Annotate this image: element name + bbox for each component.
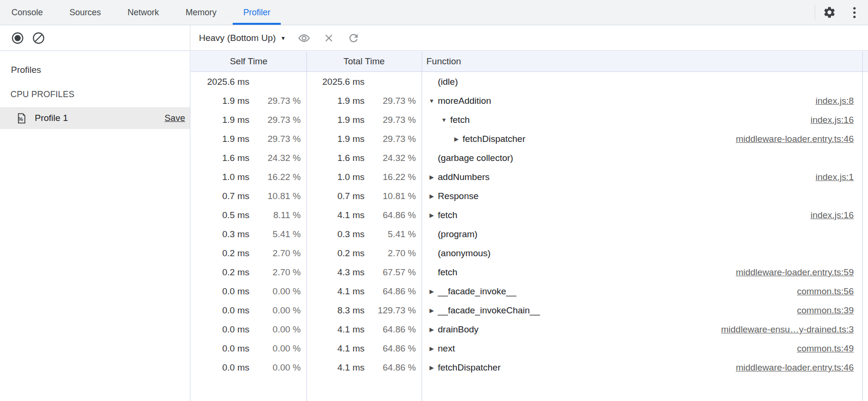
source-link[interactable]: index.js:8 xyxy=(816,96,854,106)
refresh-icon[interactable] xyxy=(347,32,360,44)
collapsed-arrow-icon[interactable]: ▶ xyxy=(425,326,438,333)
collapsed-arrow-icon[interactable]: ▶ xyxy=(425,345,438,352)
function-cell: ▶addNumbersindex.js:1 xyxy=(422,172,868,182)
total-time-ms: 1.9 ms xyxy=(306,96,365,106)
view-mode-label: Heavy (Bottom Up) xyxy=(199,33,276,43)
table-row[interactable]: 0.0 ms0.00 %4.1 ms64.86 %▶__facade_invok… xyxy=(191,282,868,301)
source-link[interactable]: common.ts:56 xyxy=(797,286,854,297)
self-time-cell: 1.9 ms29.73 % xyxy=(191,96,306,106)
table-row[interactable]: 0.2 ms2.70 %4.3 ms67.57 %fetchmiddleware… xyxy=(191,263,868,282)
source-link[interactable]: middleware-loader.entry.ts:46 xyxy=(736,362,854,373)
svg-text:%: % xyxy=(18,116,23,122)
self-time-pct: 10.81 % xyxy=(249,191,301,201)
profile-list-item[interactable]: % Profile 1 Save xyxy=(0,107,190,129)
table-row[interactable]: 0.2 ms2.70 %0.2 ms2.70 %(anonymous) xyxy=(191,244,868,263)
column-header-function[interactable]: Function xyxy=(422,56,868,67)
grid-body: 2025.6 ms2025.6 ms(idle)1.9 ms29.73 %1.9… xyxy=(191,72,868,401)
self-time-ms: 0.2 ms xyxy=(191,248,249,259)
close-icon[interactable] xyxy=(323,32,335,44)
total-time-pct: 64.86 % xyxy=(365,324,416,335)
function-cell: ▶Response xyxy=(422,191,868,201)
self-time-cell: 0.2 ms2.70 % xyxy=(191,248,306,259)
total-time-pct: 29.73 % xyxy=(365,96,416,106)
table-row[interactable]: 0.7 ms10.81 %0.7 ms10.81 %▶Response xyxy=(191,187,868,206)
total-time-cell: 2025.6 ms xyxy=(306,77,422,87)
table-row[interactable]: 0.0 ms0.00 %8.3 ms129.73 %▶__facade_invo… xyxy=(191,301,868,320)
collapsed-arrow-icon[interactable]: ▶ xyxy=(425,288,438,295)
profile-name: Profile 1 xyxy=(35,113,68,123)
collapsed-arrow-icon[interactable]: ▶ xyxy=(425,307,438,314)
source-link[interactable]: index.js:16 xyxy=(810,210,854,221)
table-row[interactable]: 0.3 ms5.41 %0.3 ms5.41 %(program) xyxy=(191,225,868,244)
collapsed-arrow-icon[interactable]: ▶ xyxy=(425,193,438,200)
sidebar-title: Profiles xyxy=(0,51,190,75)
total-time-cell: 4.1 ms64.86 % xyxy=(306,210,422,221)
function-name: fetch xyxy=(438,267,457,278)
collapsed-arrow-icon[interactable]: ▶ xyxy=(425,212,438,219)
total-time-ms: 4.1 ms xyxy=(306,210,365,221)
total-time-pct: 5.41 % xyxy=(365,229,416,240)
self-time-pct: 2.70 % xyxy=(249,248,301,259)
source-link[interactable]: middleware-ensu…y-drained.ts:3 xyxy=(721,324,854,335)
function-cell: (anonymous) xyxy=(422,248,868,259)
save-profile-link[interactable]: Save xyxy=(165,113,185,123)
eye-icon[interactable] xyxy=(298,32,310,44)
collapsed-arrow-icon[interactable]: ▶ xyxy=(425,364,438,371)
source-link[interactable]: index.js:1 xyxy=(816,172,854,182)
self-time-pct: 0.00 % xyxy=(249,343,301,354)
gear-icon[interactable] xyxy=(823,6,836,19)
more-menu-icon[interactable] xyxy=(851,5,858,20)
total-time-ms: 0.3 ms xyxy=(306,229,365,240)
collapsed-arrow-icon[interactable]: ▶ xyxy=(450,136,463,142)
total-time-ms: 1.9 ms xyxy=(306,134,365,144)
tab-memory[interactable]: Memory xyxy=(172,0,230,25)
grid-header-row: Self Time Total Time Function xyxy=(191,51,868,72)
table-row[interactable]: 2025.6 ms2025.6 ms(idle) xyxy=(191,72,868,91)
source-link[interactable]: common.ts:49 xyxy=(797,343,854,354)
source-link[interactable]: middleware-loader.entry.ts:59 xyxy=(736,267,854,278)
column-divider xyxy=(306,51,307,401)
tab-console[interactable]: Console xyxy=(0,0,56,25)
table-row[interactable]: 1.6 ms24.32 %1.6 ms24.32 %(garbage colle… xyxy=(191,149,868,168)
table-row[interactable]: 0.5 ms8.11 %4.1 ms64.86 %▶fetchindex.js:… xyxy=(191,206,868,225)
table-row[interactable]: 0.0 ms0.00 %4.1 ms64.86 %▶fetchDispatche… xyxy=(191,358,868,377)
total-time-ms: 4.1 ms xyxy=(306,324,365,335)
function-cell: ▶fetchindex.js:16 xyxy=(422,210,868,221)
table-row[interactable]: 0.0 ms0.00 %4.1 ms64.86 %▶nextcommon.ts:… xyxy=(191,339,868,358)
self-time-cell: 0.7 ms10.81 % xyxy=(191,191,306,201)
tab-network[interactable]: Network xyxy=(114,0,172,25)
source-link[interactable]: common.ts:39 xyxy=(797,305,854,316)
table-row[interactable]: 1.9 ms29.73 %1.9 ms29.73 %▶fetchDispatch… xyxy=(191,130,868,149)
total-time-ms: 4.3 ms xyxy=(306,267,365,278)
source-link[interactable]: middleware-loader.entry.ts:46 xyxy=(736,134,854,144)
clear-icon[interactable] xyxy=(32,32,45,44)
self-time-pct: 29.73 % xyxy=(249,134,301,144)
expanded-arrow-icon[interactable]: ▼ xyxy=(438,117,450,123)
function-name: fetch xyxy=(438,210,457,221)
total-time-cell: 1.9 ms29.73 % xyxy=(306,134,422,144)
total-time-ms: 0.2 ms xyxy=(306,248,365,259)
self-time-pct: 29.73 % xyxy=(249,115,301,125)
view-mode-select[interactable]: Heavy (Bottom Up) ▼ xyxy=(199,33,286,43)
table-row[interactable]: 1.9 ms29.73 %1.9 ms29.73 %▼fetchindex.js… xyxy=(191,110,868,130)
source-link[interactable]: index.js:16 xyxy=(810,115,854,125)
total-time-cell: 4.1 ms64.86 % xyxy=(306,362,422,373)
total-time-ms: 0.7 ms xyxy=(306,191,365,201)
function-cell: ▶__facade_invokeChain__common.ts:39 xyxy=(422,305,868,316)
table-row[interactable]: 1.9 ms29.73 %1.9 ms29.73 %▼moreAdditioni… xyxy=(191,91,868,110)
expanded-arrow-icon[interactable]: ▼ xyxy=(425,98,438,104)
function-name: (idle) xyxy=(438,77,458,87)
column-header-self-time[interactable]: Self Time xyxy=(191,56,306,67)
table-row[interactable]: 0.0 ms0.00 %4.1 ms64.86 %▶drainBodymiddl… xyxy=(191,320,868,339)
record-icon[interactable] xyxy=(11,32,24,44)
collapsed-arrow-icon[interactable]: ▶ xyxy=(425,174,438,180)
function-cell: fetchmiddleware-loader.entry.ts:59 xyxy=(422,267,868,278)
function-name: next xyxy=(438,343,455,354)
tab-profiler[interactable]: Profiler xyxy=(230,0,284,25)
total-time-pct: 64.86 % xyxy=(365,210,416,221)
tab-sources[interactable]: Sources xyxy=(56,0,114,25)
function-name: drainBody xyxy=(438,324,479,335)
column-header-total-time[interactable]: Total Time xyxy=(306,56,422,67)
total-time-pct: 29.73 % xyxy=(365,115,416,125)
table-row[interactable]: 1.0 ms16.22 %1.0 ms16.22 %▶addNumbersind… xyxy=(191,168,868,187)
